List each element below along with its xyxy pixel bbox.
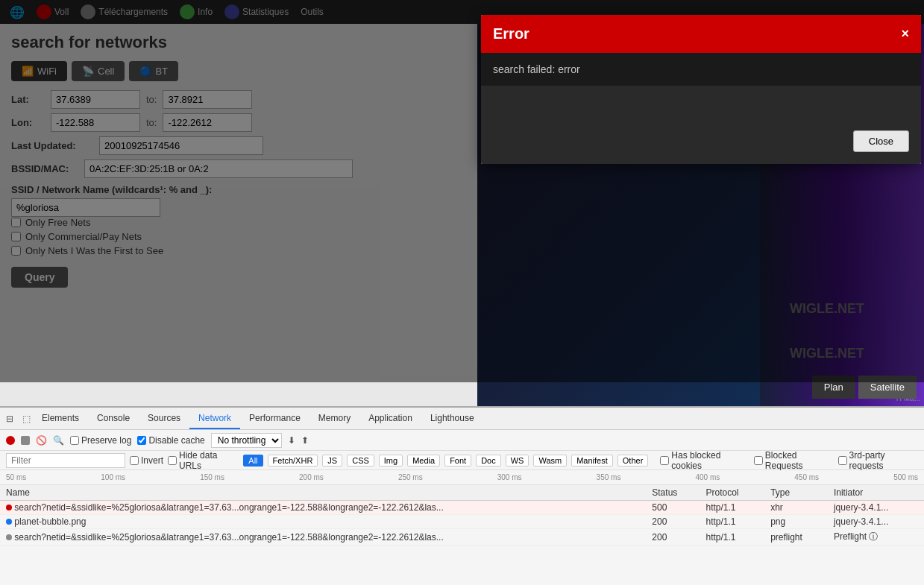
network-table: Name Status Protocol Type Initiator sear… [0, 485, 924, 585]
row-protocol: http/1.1 [700, 501, 765, 515]
row-status: 500 [646, 501, 700, 515]
row-name: planet-bubble.png [0, 515, 646, 529]
disable-cache-label: Disable cache [137, 435, 204, 446]
filter-tag-other[interactable]: Other [617, 455, 649, 467]
filter-bar: Invert Hide data URLs All Fetch/XHR JS C… [0, 451, 924, 470]
filter-tag-manifest[interactable]: Manifest [571, 455, 613, 467]
tab-lighthouse[interactable]: Lighthouse [421, 408, 483, 429]
tab-application[interactable]: Application [359, 408, 421, 429]
hide-data-urls-label: Hide data URLs [168, 450, 239, 471]
row-type: preflight [764, 529, 828, 546]
filter-tag-all[interactable]: All [243, 455, 263, 467]
requests-table: Name Status Protocol Type Initiator sear… [0, 485, 924, 546]
row-status-dot [6, 505, 12, 510]
tab-network[interactable]: Network [189, 408, 240, 429]
export-icon[interactable]: ⬆ [301, 435, 309, 446]
third-party-checkbox[interactable] [838, 456, 847, 465]
row-name: search?netid=&ssidlike=%25gloriosa&latra… [0, 529, 646, 546]
row-status-dot [6, 519, 12, 525]
modal-body: search failed: error [481, 53, 921, 86]
filter-tag-img[interactable]: Img [379, 455, 403, 467]
tab-console[interactable]: Console [88, 408, 139, 429]
invert-label: Invert [130, 455, 163, 466]
row-protocol: http/1.1 [700, 529, 765, 546]
modal-close-button[interactable]: Close [853, 130, 909, 152]
modal-close-x-button[interactable]: × [901, 26, 909, 42]
modal-header: Error × [481, 15, 921, 53]
has-blocked-label: Has blocked cookies [660, 450, 749, 471]
hide-data-urls-checkbox[interactable] [168, 456, 177, 465]
preserve-log-label: Preserve log [70, 435, 131, 446]
row-status-dot [6, 534, 12, 540]
search-icon[interactable]: 🔍 [53, 435, 64, 446]
row-name: search?netid=&ssidlike=%25gloriosa&latra… [0, 501, 646, 515]
filter-input[interactable] [6, 453, 125, 468]
timeline-bar: 50 ms 100 ms 150 ms 200 ms 250 ms 300 ms… [0, 470, 924, 485]
col-protocol: Protocol [700, 485, 765, 501]
devtools-toggle-icon[interactable]: ⊟ [3, 412, 16, 426]
disable-cache-checkbox[interactable] [137, 436, 146, 445]
row-status: 200 [646, 515, 700, 529]
filter-tag-font[interactable]: Font [444, 455, 471, 467]
import-icon[interactable]: ⬇ [288, 435, 295, 446]
col-name: Name [0, 485, 646, 501]
filter-tag-media[interactable]: Media [407, 455, 440, 467]
row-status: 200 [646, 529, 700, 546]
devtools-panel: ⊟ ⬚ Elements Console Sources Network Per… [0, 406, 924, 585]
col-initiator: Initiator [828, 485, 924, 501]
filter-tag-wasm[interactable]: Wasm [533, 455, 567, 467]
filter-tag-css[interactable]: CSS [347, 455, 374, 467]
modal-overlay: Error × search failed: error Close [0, 0, 924, 382]
row-protocol: http/1.1 [700, 515, 765, 529]
row-type: xhr [764, 501, 828, 515]
third-party-label: 3rd-party requests [838, 450, 918, 471]
invert-checkbox[interactable] [130, 456, 139, 465]
filter-tag-fetch[interactable]: Fetch/XHR [268, 455, 318, 467]
filter-tag-js[interactable]: JS [322, 455, 342, 467]
devtools-toolbar: 🚫 🔍 Preserve log Disable cache No thrott… [0, 430, 924, 451]
tab-performance[interactable]: Performance [240, 408, 309, 429]
record-button[interactable] [6, 436, 15, 445]
throttle-select[interactable]: No throttling [211, 433, 282, 448]
col-status: Status [646, 485, 700, 501]
row-initiator[interactable]: jquery-3.4.1... [828, 515, 924, 529]
table-row[interactable]: search?netid=&ssidlike=%25gloriosa&latra… [0, 501, 924, 515]
tab-sources[interactable]: Sources [139, 408, 189, 429]
modal-title: Error [493, 25, 529, 42]
table-row[interactable]: planet-bubble.png 200 http/1.1 png jquer… [0, 515, 924, 529]
modal-footer: Close [481, 86, 921, 164]
devtools-inspect-icon[interactable]: ⬚ [19, 412, 33, 426]
has-blocked-checkbox[interactable] [660, 456, 669, 465]
stop-button[interactable] [21, 436, 30, 445]
table-row[interactable]: search?netid=&ssidlike=%25gloriosa&latra… [0, 529, 924, 546]
preserve-log-checkbox[interactable] [70, 436, 79, 445]
tab-memory[interactable]: Memory [309, 408, 359, 429]
row-initiator: Preflight ⓘ [828, 529, 924, 546]
modal-error-text: search failed: error [493, 63, 580, 75]
tab-elements[interactable]: Elements [33, 408, 88, 429]
blocked-requests-checkbox[interactable] [754, 456, 763, 465]
clear-icon[interactable]: 🚫 [36, 435, 47, 446]
row-type: png [764, 515, 828, 529]
filter-tag-doc[interactable]: Doc [476, 455, 501, 467]
row-initiator[interactable]: jquery-3.4.1... [828, 501, 924, 515]
blocked-requests-label: Blocked Requests [754, 450, 834, 471]
filter-tag-ws[interactable]: WS [506, 455, 529, 467]
error-modal: Error × search failed: error Close [481, 15, 921, 164]
timeline-marks: 50 ms 100 ms 150 ms 200 ms 250 ms 300 ms… [6, 473, 918, 481]
col-type: Type [764, 485, 828, 501]
